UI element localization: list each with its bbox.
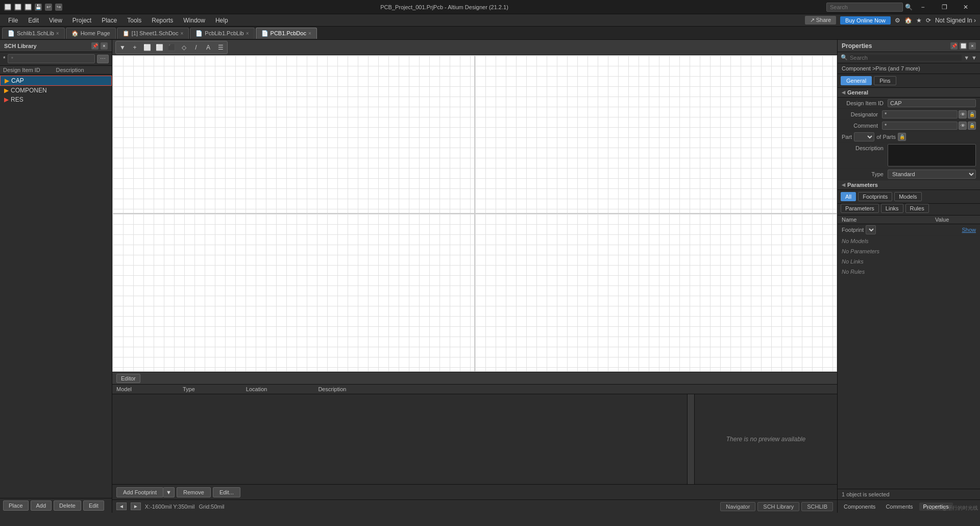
tab-sheet1-close[interactable]: × bbox=[180, 31, 183, 36]
comment-lock-icon[interactable]: 🔒 bbox=[968, 122, 976, 130]
tab-home-icon: 🏠 bbox=[71, 30, 79, 37]
title-bar-title: PCB_Project_001.PrjPcb - Altium Designer… bbox=[62, 4, 826, 10]
tab-sch-library[interactable]: SCH Library bbox=[757, 502, 799, 511]
right-filter-icon[interactable]: ▼ bbox=[964, 55, 969, 61]
canvas-quadrant-br bbox=[475, 213, 837, 372]
tab-schlib[interactable]: SCHLIB bbox=[801, 502, 833, 511]
toolbar-filter-btn[interactable]: ▼ bbox=[117, 42, 128, 53]
toolbar-bars-btn[interactable]: ☰ bbox=[215, 42, 226, 53]
tab-pins[interactable]: Pins bbox=[874, 76, 896, 85]
main-layout: SCH Library 📌 × * ⋯ Design Item ID Descr… bbox=[0, 40, 980, 513]
tab-navigator[interactable]: Navigator bbox=[720, 502, 755, 511]
comment-input[interactable] bbox=[882, 122, 958, 130]
tree-item-cap[interactable]: ▶ CAP bbox=[0, 76, 112, 86]
close-button[interactable]: ✕ bbox=[955, 0, 976, 14]
editor-preview: There is no preview available bbox=[694, 394, 837, 484]
show-link[interactable]: Show bbox=[962, 227, 976, 233]
toolbar-fill-btn[interactable]: ⬛ bbox=[166, 42, 177, 53]
delete-button[interactable]: Delete bbox=[54, 500, 81, 511]
rp-icon-pin[interactable]: 📌 bbox=[950, 42, 958, 50]
params-tab-rules[interactable]: Rules bbox=[905, 204, 929, 213]
buy-button[interactable]: Buy Online Now bbox=[840, 16, 891, 25]
menu-reports[interactable]: Reports bbox=[148, 16, 177, 25]
panel-icon-pin[interactable]: 📌 bbox=[91, 42, 99, 50]
tree-item-component[interactable]: ▶ COMPONEN bbox=[0, 86, 112, 95]
edit-button[interactable]: Edit bbox=[83, 500, 104, 511]
rp-icon-close[interactable]: × bbox=[969, 42, 976, 50]
menu-window[interactable]: Window bbox=[179, 16, 209, 25]
tab-pcblib[interactable]: 📄 PcbLib1.PcbLib × bbox=[190, 28, 254, 39]
menu-edit[interactable]: Edit bbox=[24, 16, 43, 25]
menu-view[interactable]: View bbox=[45, 16, 66, 25]
designator-row: Designator 👁 🔒 bbox=[838, 109, 980, 120]
share-button[interactable]: ↗ Share bbox=[805, 16, 836, 25]
designator-input[interactable] bbox=[882, 110, 958, 118]
tree-item-res[interactable]: ▶ RES bbox=[0, 95, 112, 104]
nav-next-button[interactable]: ► bbox=[131, 503, 141, 510]
right-search-icon: 🔍 bbox=[841, 54, 848, 61]
toolbar-poly-btn[interactable]: ◇ bbox=[178, 42, 189, 53]
right-filter2-icon[interactable]: ▼ bbox=[971, 55, 977, 61]
params-tab-parameters[interactable]: Parameters bbox=[841, 204, 879, 213]
menu-tools[interactable]: Tools bbox=[123, 16, 145, 25]
params-tab-footprints[interactable]: Footprints bbox=[858, 192, 892, 201]
designator-eye-icon[interactable]: 👁 bbox=[959, 110, 967, 118]
general-section-label: General bbox=[847, 89, 868, 95]
title-bar-window-icons: ⬜ ⬜ ⬜ 💾 ↩ ↪ bbox=[4, 4, 62, 11]
rp-icon-expand[interactable]: ⬜ bbox=[960, 42, 967, 50]
params-tab-models[interactable]: Models bbox=[894, 192, 921, 201]
toolbar-line-btn[interactable]: / bbox=[190, 42, 202, 53]
part-select[interactable] bbox=[854, 132, 874, 141]
title-bar-search-input[interactable] bbox=[826, 3, 903, 12]
toolbar-text-btn[interactable]: A bbox=[203, 42, 214, 53]
footprint-dropdown[interactable]: ▼ bbox=[866, 225, 876, 234]
menu-project[interactable]: Project bbox=[68, 16, 95, 25]
minimize-button[interactable]: − bbox=[913, 0, 933, 14]
not-signed-in-label[interactable]: Not Signed In › bbox=[935, 17, 976, 24]
part-lock-icon[interactable]: 🔒 bbox=[898, 133, 906, 141]
type-select[interactable]: Standard Graphical Net Tie (In BOM) Net … bbox=[888, 170, 976, 179]
place-button[interactable]: Place bbox=[3, 500, 29, 511]
tab-schlib[interactable]: 📄 Schlib1.SchLib × bbox=[2, 28, 65, 39]
edit-footprint-button[interactable]: Edit... bbox=[213, 487, 240, 497]
tab-general[interactable]: General bbox=[841, 76, 872, 85]
canvas-quadrant-tl bbox=[112, 55, 475, 213]
tab-pcb1[interactable]: 📄 PCB1.PcbDoc × bbox=[256, 28, 317, 39]
description-textarea[interactable] bbox=[888, 144, 976, 166]
toolbar-rect-btn[interactable]: ⬜ bbox=[141, 42, 153, 53]
add-footprint-button[interactable]: Add Footprint bbox=[116, 487, 163, 497]
nav-prev-button[interactable]: ◄ bbox=[116, 503, 127, 510]
tab-schlib-close[interactable]: × bbox=[56, 31, 59, 36]
right-search-input[interactable] bbox=[850, 55, 962, 61]
add-footprint-dropdown[interactable]: ▼ bbox=[163, 487, 175, 497]
tab-pcb1-close[interactable]: × bbox=[308, 31, 311, 36]
panel-icon-close[interactable]: × bbox=[101, 42, 108, 50]
editor-scroll[interactable] bbox=[687, 394, 694, 484]
params-tab-links[interactable]: Links bbox=[881, 204, 903, 213]
add-button[interactable]: Add bbox=[31, 500, 52, 511]
tab-home[interactable]: 🏠 Home Page bbox=[66, 28, 116, 39]
menu-file[interactable]: File bbox=[4, 16, 22, 25]
tab-sheet1-label: [1] Sheet1.SchDoc bbox=[132, 30, 179, 36]
left-panel-search-button[interactable]: ⋯ bbox=[97, 55, 109, 63]
comment-eye-icon[interactable]: 👁 bbox=[959, 122, 967, 130]
params-tab-all[interactable]: All bbox=[841, 192, 856, 201]
tab-buttons: General Pins bbox=[838, 74, 980, 88]
tab-components[interactable]: Components bbox=[840, 503, 879, 511]
restore-button[interactable]: ❐ bbox=[934, 0, 954, 14]
footprint-label: Footprint bbox=[842, 227, 864, 233]
designator-lock-icon[interactable]: 🔒 bbox=[968, 110, 976, 118]
left-panel-search-input[interactable] bbox=[8, 54, 95, 63]
menu-place[interactable]: Place bbox=[97, 16, 121, 25]
menu-help[interactable]: Help bbox=[211, 16, 232, 25]
tab-sheet1[interactable]: 📋 [1] Sheet1.SchDoc × bbox=[117, 28, 189, 39]
design-item-id-input[interactable] bbox=[888, 99, 976, 107]
remove-button[interactable]: Remove bbox=[177, 487, 211, 497]
toolbar-rect2-btn[interactable]: ⬜ bbox=[154, 42, 165, 53]
editor-tab-btn[interactable]: Editor bbox=[116, 374, 140, 383]
tab-comments[interactable]: Comments bbox=[881, 503, 917, 511]
toolbar-add-btn[interactable]: + bbox=[129, 42, 140, 53]
tab-pcblib-close[interactable]: × bbox=[246, 31, 249, 36]
menu-bar: File Edit View Project Place Tools Repor… bbox=[0, 14, 980, 27]
tab-bar: 📄 Schlib1.SchLib × 🏠 Home Page 📋 [1] She… bbox=[0, 27, 980, 40]
